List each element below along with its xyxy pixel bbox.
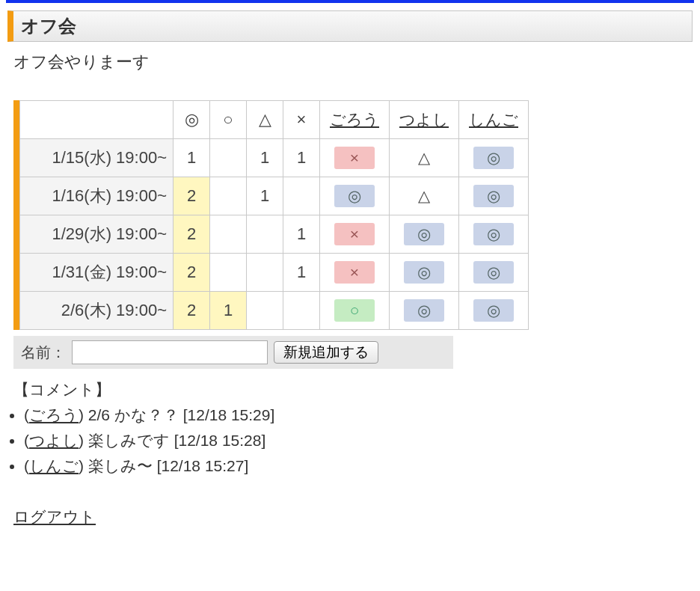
count-cell-double: 1 xyxy=(174,139,210,177)
vote-cell[interactable]: △ xyxy=(390,177,459,215)
schedule-date-cell: 1/15(水) 19:00~ xyxy=(20,139,174,177)
vote-chip: △ xyxy=(404,147,444,169)
vote-chip: ◎ xyxy=(404,223,444,245)
count-cell-double: 2 xyxy=(174,292,210,330)
vote-cell[interactable]: ◎ xyxy=(390,254,459,292)
count-cell-x xyxy=(283,292,320,330)
comment-timestamp: 12/18 15:29 xyxy=(188,406,271,423)
vote-cell[interactable]: ◎ xyxy=(459,139,529,177)
schedule-date-cell: 1/29(水) 19:00~ xyxy=(20,215,174,254)
page-title: オフ会 xyxy=(7,10,693,42)
vote-cell[interactable]: ◎ xyxy=(459,292,529,330)
vote-chip: × xyxy=(334,261,375,284)
header-double-icon: ◎ xyxy=(174,101,210,139)
schedule-header-user[interactable]: しんご xyxy=(459,101,529,139)
user-link[interactable]: ごろう xyxy=(330,111,379,128)
schedule-row: 2/6(木) 19:00~21○◎◎ xyxy=(20,292,529,330)
add-button[interactable]: 新規追加する xyxy=(274,341,378,364)
vote-chip: × xyxy=(334,147,375,169)
count-cell-ok xyxy=(210,215,247,254)
schedule-header-user[interactable]: ごろう xyxy=(320,101,390,139)
header-x-icon: × xyxy=(283,101,320,139)
count-cell-tri: 1 xyxy=(247,139,283,177)
comments-heading: 【コメント】 xyxy=(13,379,700,400)
comment-text: 楽しみ〜 xyxy=(88,457,153,474)
header-ok-icon: ○ xyxy=(210,101,247,139)
vote-cell[interactable]: ◎ xyxy=(459,254,529,292)
comment-user-link[interactable]: つよし xyxy=(29,432,79,449)
schedule-header-user[interactable]: つよし xyxy=(390,101,459,139)
schedule-date-cell: 2/6(木) 19:00~ xyxy=(20,292,174,330)
comments-list: (ごろう) 2/6 かな？？ [12/18 15:29](つよし) 楽しみです … xyxy=(24,405,700,477)
count-cell-double: 2 xyxy=(174,177,210,215)
comment-user-link[interactable]: ごろう xyxy=(29,406,79,423)
vote-chip: × xyxy=(334,223,375,245)
vote-chip: ○ xyxy=(334,299,375,322)
name-input[interactable] xyxy=(72,340,268,364)
vote-chip: ◎ xyxy=(404,261,444,284)
vote-chip: ◎ xyxy=(404,299,444,322)
user-link[interactable]: つよし xyxy=(399,111,449,128)
comment-item: (つよし) 楽しみです [12/18 15:28] xyxy=(24,430,700,451)
vote-cell[interactable]: × xyxy=(320,254,390,292)
comment-timestamp: 12/18 15:27 xyxy=(162,457,245,474)
vote-cell[interactable]: ○ xyxy=(320,292,390,330)
vote-cell[interactable]: ◎ xyxy=(320,177,390,215)
vote-chip: ◎ xyxy=(334,185,375,207)
count-cell-x xyxy=(283,177,320,215)
count-cell-tri xyxy=(247,292,283,330)
comment-timestamp: 12/18 15:28 xyxy=(179,432,262,449)
schedule-row: 1/31(金) 19:00~21×◎◎ xyxy=(20,254,529,292)
count-cell-tri xyxy=(247,215,283,254)
comment-item: (しんご) 楽しみ〜 [12/18 15:27] xyxy=(24,456,700,477)
schedule-table-wrap: ◎ ○ △ × ごろう つよし しんご 1/15(水) 19:00~111×△◎… xyxy=(13,100,529,330)
schedule-date-cell: 1/16(木) 19:00~ xyxy=(20,177,174,215)
schedule-header-row: ◎ ○ △ × ごろう つよし しんご xyxy=(20,101,529,139)
comment-user-link[interactable]: しんご xyxy=(29,457,79,474)
count-cell-ok xyxy=(210,177,247,215)
schedule-table: ◎ ○ △ × ごろう つよし しんご 1/15(水) 19:00~111×△◎… xyxy=(19,100,529,330)
count-cell-double: 2 xyxy=(174,254,210,292)
vote-cell[interactable]: △ xyxy=(390,139,459,177)
vote-chip: ◎ xyxy=(473,147,514,169)
top-accent-bar xyxy=(6,0,694,3)
schedule-row: 1/16(木) 19:00~21◎△◎ xyxy=(20,177,529,215)
vote-chip: ◎ xyxy=(473,261,514,284)
comment-text: 楽しみです xyxy=(88,432,170,449)
count-cell-ok: 1 xyxy=(210,292,247,330)
add-name-row: 名前： 新規追加する xyxy=(13,336,453,369)
logout-link[interactable]: ログアウト xyxy=(13,506,96,527)
count-cell-x: 1 xyxy=(283,254,320,292)
page-subtitle: オフ会やりまーす xyxy=(13,51,700,73)
count-cell-tri xyxy=(247,254,283,292)
schedule-date-cell: 1/31(金) 19:00~ xyxy=(20,254,174,292)
vote-cell[interactable]: ◎ xyxy=(390,292,459,330)
schedule-row: 1/15(水) 19:00~111×△◎ xyxy=(20,139,529,177)
vote-chip: ◎ xyxy=(473,185,514,207)
header-triangle-icon: △ xyxy=(247,101,283,139)
vote-cell[interactable]: ◎ xyxy=(459,215,529,254)
vote-cell[interactable]: ◎ xyxy=(459,177,529,215)
schedule-header-blank xyxy=(20,101,174,139)
vote-cell[interactable]: × xyxy=(320,139,390,177)
schedule-row: 1/29(水) 19:00~21×◎◎ xyxy=(20,215,529,254)
name-label: 名前： xyxy=(21,343,66,363)
comment-text: 2/6 かな？？ xyxy=(88,406,179,423)
comment-item: (ごろう) 2/6 かな？？ [12/18 15:29] xyxy=(24,405,700,426)
count-cell-ok xyxy=(210,139,247,177)
count-cell-x: 1 xyxy=(283,215,320,254)
vote-chip: △ xyxy=(404,185,444,207)
count-cell-double: 2 xyxy=(174,215,210,254)
vote-cell[interactable]: ◎ xyxy=(390,215,459,254)
vote-chip: ◎ xyxy=(473,299,514,322)
count-cell-tri: 1 xyxy=(247,177,283,215)
count-cell-x: 1 xyxy=(283,139,320,177)
user-link[interactable]: しんご xyxy=(469,111,518,128)
vote-chip: ◎ xyxy=(473,223,514,245)
count-cell-ok xyxy=(210,254,247,292)
vote-cell[interactable]: × xyxy=(320,215,390,254)
